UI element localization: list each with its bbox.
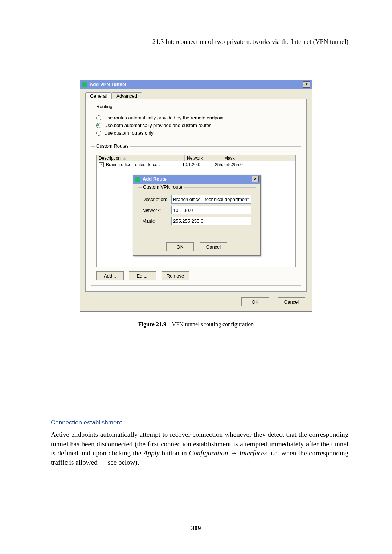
label-description: Description: [142, 197, 171, 202]
tab-strip: General Advanced [85, 92, 307, 99]
col-mask[interactable]: Mask [222, 155, 295, 161]
add-route-dialog: Add Route × Custom VPN route De [133, 175, 261, 256]
btn-suffix: emove [170, 273, 184, 279]
config-word: Configuration [189, 449, 228, 457]
group-legend: Custom VPN route [142, 184, 184, 190]
cancel-button[interactable]: Cancel [200, 242, 227, 251]
page-header: 21.3 Interconnection of two private netw… [51, 38, 348, 48]
custom-vpn-route-group: Custom VPN route Description: Network: [138, 187, 256, 232]
description-input[interactable] [171, 195, 251, 204]
col-network[interactable]: Network [185, 155, 222, 161]
radio-remote-routes[interactable]: Use routes automatically provided by the… [96, 115, 296, 120]
window-title: Add VPN Tunnel [90, 80, 126, 89]
title-bar: Add Route × [133, 175, 260, 184]
add-vpn-tunnel-dialog: Add VPN Tunnel × General Advanced Routin… [80, 80, 312, 312]
tab-general[interactable]: General [85, 92, 111, 99]
routing-group: Routing Use routes automatically provide… [91, 107, 301, 143]
close-icon[interactable]: × [252, 176, 259, 182]
ok-button[interactable]: OK [166, 242, 194, 251]
radio-label: Use custom routes only [104, 130, 154, 136]
figure-label: Figure 21.9 [138, 321, 166, 327]
radio-icon [96, 131, 101, 136]
col-description[interactable]: Description [99, 156, 121, 161]
edit-button[interactable]: Edit... [129, 271, 156, 280]
app-icon [82, 82, 87, 87]
table-row[interactable]: ✓ Branch office - sales depa... 10.1.20.… [97, 161, 295, 168]
custom-routes-legend: Custom Routes [95, 143, 130, 149]
table-body: ✓ Branch office - sales depa... 10.1.20.… [97, 161, 295, 267]
page-number: 309 [0, 525, 392, 532]
title-bar: Add VPN Tunnel × [80, 80, 312, 89]
interfaces-word: Interfaces [239, 449, 267, 457]
figure-caption: Figure 21.9 VPN tunnel's routing configu… [80, 321, 312, 328]
row-mask: 255.255.255.0 [215, 162, 295, 167]
row-checkbox[interactable]: ✓ [99, 162, 104, 167]
routing-legend: Routing [95, 104, 114, 109]
btn-suffix: dd... [107, 273, 116, 279]
apply-word: Apply [143, 449, 159, 457]
table-header: Description Network Mask [97, 155, 295, 161]
window-title: Add Route [143, 175, 167, 184]
radio-icon [96, 115, 101, 120]
row-description: Branch office - sales depa... [106, 162, 160, 167]
radio-custom-only[interactable]: Use custom routes only [96, 130, 296, 136]
add-button[interactable]: Add... [96, 271, 124, 280]
app-icon [135, 177, 140, 182]
section-heading: Connection establishment [51, 419, 348, 426]
radio-label: Use routes automatically provided by the… [104, 115, 225, 120]
figure-text: VPN tunnel's routing configuration [172, 321, 254, 327]
close-icon[interactable]: × [303, 81, 310, 88]
ok-button[interactable]: OK [241, 297, 269, 306]
sort-asc-icon [123, 157, 126, 160]
custom-routes-group: Custom Routes Description Network Mask [91, 146, 301, 286]
tab-advanced[interactable]: Advanced [111, 92, 142, 99]
mask-input[interactable] [171, 217, 251, 225]
btn-suffix: dit... [140, 273, 149, 279]
routes-table: Description Network Mask ✓ [96, 155, 296, 267]
radio-label: Use both automatically provided and cust… [104, 123, 212, 128]
advanced-panel: Routing Use routes automatically provide… [85, 99, 307, 292]
row-network: 10.1.20.0 [182, 162, 215, 167]
network-input[interactable] [171, 206, 251, 214]
label-mask: Mask: [142, 218, 171, 224]
cancel-button[interactable]: Cancel [278, 297, 305, 306]
arrow: → [228, 449, 239, 457]
section-paragraph: Active endpoints automatically attempt t… [51, 430, 348, 467]
para-part: button in [159, 449, 189, 457]
radio-icon [96, 123, 101, 128]
label-network: Network: [142, 208, 171, 213]
remove-button[interactable]: Remove [162, 271, 189, 280]
radio-both-routes[interactable]: Use both automatically provided and cust… [96, 123, 296, 128]
